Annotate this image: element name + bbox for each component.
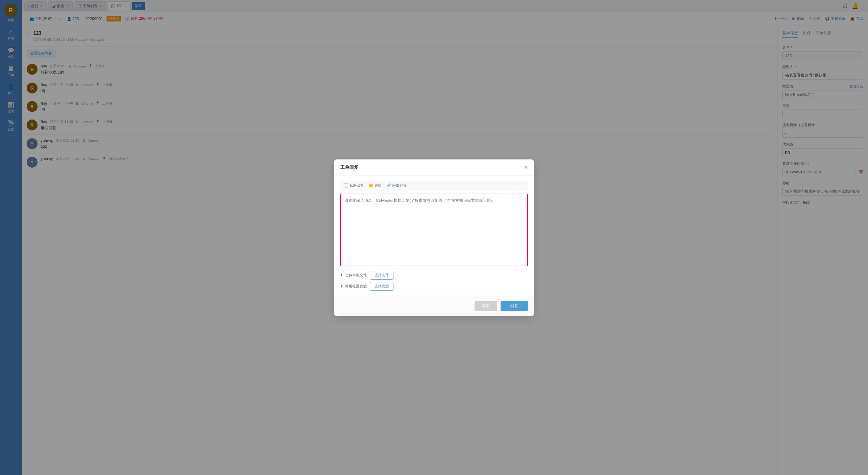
community-resource-action: ⬆ 调用社区资源	[340, 284, 367, 289]
emoji-button[interactable]: 😊 表情	[369, 183, 382, 188]
attach-link-label: 附加链接	[392, 183, 407, 188]
emoji-icon: 😊	[369, 183, 373, 188]
reply-modal: 工单回复 × 私密回复 😊 表情 🔗 附加链接	[334, 159, 534, 316]
link-icon: 🔗	[386, 183, 391, 188]
cancel-button[interactable]: 取消	[474, 301, 497, 311]
modal-body: 私密回复 😊 表情 🔗 附加链接 ⬆ 上传本地文件	[334, 176, 534, 295]
modal-overlay[interactable]: 工单回复 × 私密回复 😊 表情 🔗 附加链接	[0, 0, 868, 475]
modal-footer: 取消 回复	[334, 295, 534, 316]
private-reply-checkbox[interactable]: 私密回复	[344, 183, 364, 188]
modal-title: 工单回复	[340, 165, 358, 170]
emoji-label: 表情	[374, 183, 382, 188]
community-resource-label: 调用社区资源	[345, 284, 367, 289]
select-resource-button[interactable]: 选择资源	[370, 282, 394, 291]
modal-toolbar: 私密回复 😊 表情 🔗 附加链接	[340, 181, 528, 191]
modal-header: 工单回复 ×	[334, 159, 534, 176]
attach-link-button[interactable]: 🔗 附加链接	[386, 183, 407, 188]
private-reply-label: 私密回复	[349, 183, 364, 188]
upload-local-label: 上传本地文件	[345, 273, 367, 278]
message-input[interactable]	[340, 194, 528, 266]
select-file-button[interactable]: 选择文件	[370, 271, 394, 280]
upload-local-action: ⬆ 上传本地文件	[340, 273, 367, 278]
checkbox[interactable]	[344, 183, 348, 188]
upload-icon: ⬆	[340, 273, 343, 277]
modal-close-button[interactable]: ×	[525, 164, 528, 171]
community-icon: ⬆	[340, 284, 343, 288]
reply-button[interactable]: 回复	[501, 301, 528, 311]
